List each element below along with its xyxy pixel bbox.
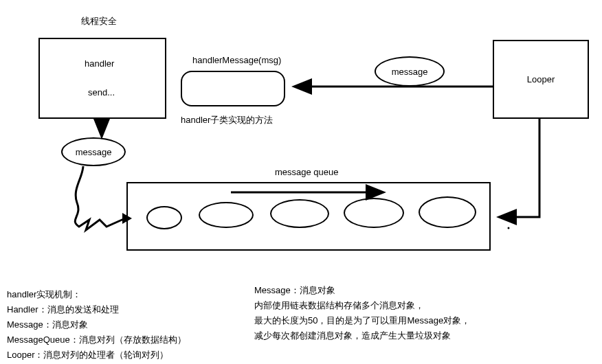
looper-label: Looper: [527, 74, 555, 84]
message-top-label: message: [392, 67, 428, 77]
queue-msg-2: [199, 202, 254, 228]
message-queue-label: message queue: [275, 167, 339, 177]
right-text-l3: 最大的长度为50，目的是为了可以重用Message对象，: [254, 313, 470, 328]
message-ellipse-top: message: [375, 56, 445, 87]
left-text-l2: Message：消息对象: [7, 317, 186, 332]
message-left-label: message: [76, 147, 112, 157]
queue-msg-5: [419, 196, 476, 228]
right-text-l2: 内部使用链表数据结构存储多个消息对象，: [254, 298, 470, 313]
right-text-block: Message：消息对象 内部使用链表数据结构存储多个消息对象， 最大的长度为5…: [254, 283, 470, 343]
looper-box: Looper: [493, 40, 589, 119]
handler-box-label2: send...: [88, 87, 115, 98]
handler-box-label1: handler: [85, 58, 114, 69]
title-thread-safe: 线程安全: [81, 15, 117, 27]
handler-subclass-label: handler子类实现的方法: [181, 114, 273, 126]
handler-box: handler send...: [38, 38, 166, 119]
message-ellipse-left: message: [61, 137, 126, 166]
left-text-l1: Handler：消息的发送和处理: [7, 302, 186, 317]
right-text-l1: Message：消息对象: [254, 283, 470, 298]
handler-message-box: [181, 71, 285, 106]
queue-msg-1: [146, 206, 182, 229]
left-text-title: handler实现机制：: [7, 287, 186, 302]
queue-msg-4: [344, 198, 404, 228]
left-text-block: handler实现机制： Handler：消息的发送和处理 Message：消息…: [7, 287, 186, 363]
left-text-l4: Looper：消息对列的处理者（轮询对列）: [7, 348, 186, 363]
left-text-l3: MessageQueue：消息对列（存放数据结构）: [7, 332, 186, 348]
handler-message-label: handlerMessage(msg): [192, 55, 281, 65]
right-text-l4: 减少每次都创建消息对象，造成产生大量垃圾对象: [254, 328, 470, 343]
queue-msg-3: [270, 199, 329, 228]
svg-point-5: [508, 227, 510, 229]
